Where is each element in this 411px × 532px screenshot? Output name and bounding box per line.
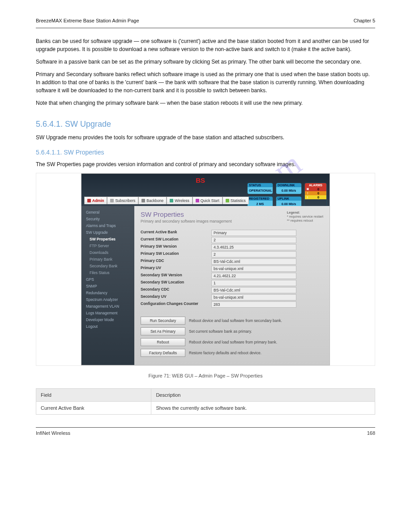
gauge-status-head: STATUS bbox=[248, 183, 273, 187]
alarm-critical-val: 0 bbox=[310, 187, 326, 191]
alarm-critical-icon: ✖ bbox=[305, 187, 310, 191]
legend-title: Legend: bbox=[287, 210, 323, 215]
prop-value: 2 bbox=[211, 237, 296, 243]
prop-value: bs-val-unique.xml bbox=[211, 266, 296, 272]
sidebar-item-management-vlan[interactable]: Management VLAN bbox=[81, 303, 134, 309]
properties-grid: Current Active BankPrimaryCurrent SW Loc… bbox=[141, 230, 323, 308]
legend-line-1: * requires service restart bbox=[287, 215, 323, 219]
tab-label: Admin bbox=[92, 198, 104, 203]
section-sw-upgrade-body: SW Upgrade menu provides the tools for s… bbox=[36, 133, 375, 142]
sidebar-item-general[interactable]: General bbox=[81, 209, 134, 215]
header-rule bbox=[36, 28, 375, 28]
legend-line-2: ** requires reboot bbox=[287, 219, 323, 223]
prop-value: 4.21.4621.22 bbox=[211, 273, 296, 279]
alarm-major-icon: ! bbox=[305, 191, 310, 195]
sidebar-item-alarms-and-traps[interactable]: Alarms and Traps bbox=[81, 222, 134, 229]
prop-label: Secondary UV bbox=[141, 294, 208, 300]
table-row: Current Active Bank Shows the currently … bbox=[36, 402, 375, 415]
table-cell-field: Current Active Bank bbox=[36, 402, 151, 415]
gauge-dl-head: DOWNLINK bbox=[276, 183, 301, 187]
figure-wrap: BS STATUS OPERATIONAL REGISTERED 2 MS bbox=[36, 173, 375, 366]
factory-defaults-button[interactable]: Factory Defaults bbox=[141, 349, 185, 357]
tab-label: Wireless bbox=[175, 198, 189, 203]
header-right: Chapter 5 bbox=[354, 18, 375, 23]
gauge-reg-head: REGISTERED bbox=[248, 197, 273, 201]
footer-left: InfiNet Wireless bbox=[36, 430, 70, 436]
sidebar-item-ftp-server[interactable]: FTP Server bbox=[81, 242, 134, 249]
gauge-status: STATUS OPERATIONAL bbox=[247, 183, 273, 194]
alarm-minor-icon: i bbox=[305, 195, 310, 199]
panel: Legend: * requires service restart ** re… bbox=[134, 206, 330, 365]
intro-para-4: Note that when changing the primary soft… bbox=[36, 99, 375, 107]
prop-label: Primary CDC bbox=[141, 258, 208, 265]
gauge-alarms: ALARMS ✖0 !0 i0 bbox=[304, 183, 327, 208]
sidebar-item-gps[interactable]: GPS bbox=[81, 276, 134, 283]
sidebar-item-developer-mode[interactable]: Developer Mode bbox=[81, 316, 134, 323]
prop-label: Primary SW Version bbox=[141, 244, 208, 250]
run-secondary-button[interactable]: Run Secondary bbox=[141, 317, 185, 325]
table-cell-desc: Shows the currently active software bank… bbox=[151, 402, 375, 415]
tab-admin[interactable]: Admin bbox=[84, 197, 107, 204]
sidebar-item-logs-management[interactable]: Logs Management bbox=[81, 309, 134, 316]
sidebar-item-sw-properties[interactable]: SW Properties bbox=[81, 236, 134, 242]
gauge-dl-body: 0.00 Mb/s bbox=[276, 187, 301, 194]
gauges: STATUS OPERATIONAL REGISTERED 2 MS DOWNL… bbox=[247, 183, 327, 208]
screenshot: BS STATUS OPERATIONAL REGISTERED 2 MS bbox=[81, 173, 330, 365]
prop-value: BS-Val-Cdc.xml bbox=[211, 287, 296, 293]
prop-label: Secondary SW Version bbox=[141, 273, 208, 279]
backbone-icon bbox=[141, 199, 145, 202]
sidebar: GeneralSecurityAlarms and TrapsSW Upgrad… bbox=[81, 206, 134, 365]
tab-quick-start[interactable]: Quick Start bbox=[193, 197, 223, 204]
prop-value: BS-Val-Cdc.xml bbox=[211, 258, 296, 265]
prop-label: Current SW Location bbox=[141, 237, 208, 243]
figure-caption: Figure 71: WEB GUI – Admin Page – SW Pro… bbox=[36, 373, 375, 378]
sidebar-item-files-status[interactable]: Files Status bbox=[81, 269, 134, 276]
prop-label: Primary UV bbox=[141, 266, 208, 272]
gauge-status-body: OPERATIONAL bbox=[248, 187, 273, 194]
button-row: Set As PrimarySet current software bank … bbox=[141, 327, 323, 335]
prop-value: 1 bbox=[211, 280, 296, 286]
prop-label: Primary SW Location bbox=[141, 251, 208, 257]
tab-wireless[interactable]: Wireless bbox=[167, 197, 193, 204]
sidebar-item-spectrum-analyzer[interactable]: Spectrum Analyzer bbox=[81, 296, 134, 303]
button-desc: Restore factory defaults and reboot devi… bbox=[189, 351, 323, 355]
prop-label: Configuration Changes Counter bbox=[141, 301, 208, 308]
prop-value: bs-val-unique.xml bbox=[211, 294, 296, 300]
prop-label: Secondary SW Location bbox=[141, 280, 208, 286]
sidebar-item-sw-upgrade[interactable]: SW Upgrade bbox=[81, 229, 134, 236]
table-head-field: Field bbox=[36, 389, 151, 402]
page-footer: InfiNet Wireless 168 bbox=[36, 427, 375, 436]
tab-label: Backbone bbox=[146, 198, 163, 203]
tab-subscribers[interactable]: Subscribers bbox=[107, 197, 138, 204]
quick-start-icon bbox=[196, 199, 199, 202]
sidebar-item-logout[interactable]: Logout bbox=[81, 323, 134, 330]
intro-para-1: Banks can be used for software upgrade —… bbox=[36, 37, 375, 53]
button-row: Factory DefaultsRestore factory defaults… bbox=[141, 349, 323, 357]
wireless-icon bbox=[170, 199, 173, 202]
gauge-ul-head: UPLINK bbox=[276, 197, 301, 201]
gauge-alarms-head: ALARMS bbox=[305, 183, 326, 187]
sidebar-item-secondary-bank[interactable]: Secondary Bank bbox=[81, 262, 134, 269]
section-sw-upgrade-heading: 5.6.4.1. SW Upgrade bbox=[36, 120, 375, 129]
admin-icon bbox=[87, 199, 91, 202]
sidebar-item-downloads[interactable]: Downloads bbox=[81, 249, 134, 256]
button-desc: Set current software bank as primary. bbox=[189, 329, 323, 334]
reboot-button[interactable]: Reboot bbox=[141, 338, 185, 346]
page-header: BreezeMAX Extreme Base Station Admin Pag… bbox=[36, 18, 375, 23]
tab-label: Subscribers bbox=[115, 198, 135, 203]
sidebar-item-snmp[interactable]: SNMP bbox=[81, 283, 134, 289]
set-as-primary-button[interactable]: Set As Primary bbox=[141, 327, 185, 335]
tab-label: Statistics bbox=[231, 198, 246, 203]
sidebar-item-redundancy[interactable]: Redundancy bbox=[81, 289, 134, 296]
button-row: Run SecondaryReboot device and load soft… bbox=[141, 317, 323, 325]
tab-backbone[interactable]: Backbone bbox=[138, 197, 167, 204]
prop-label: Current Active Bank bbox=[141, 230, 208, 236]
table-head-desc: Description bbox=[151, 389, 375, 402]
sidebar-item-primary-bank[interactable]: Primary Bank bbox=[81, 256, 134, 262]
tab-statistics[interactable]: Statistics bbox=[223, 197, 249, 204]
alarm-minor-val: 0 bbox=[310, 195, 326, 199]
bs-badge: BS bbox=[196, 176, 205, 184]
info-table: Field Description Current Active Bank Sh… bbox=[36, 388, 375, 415]
sidebar-item-security[interactable]: Security bbox=[81, 215, 134, 222]
tabbar: AdminSubscribersBackboneWirelessQuick St… bbox=[84, 197, 249, 204]
